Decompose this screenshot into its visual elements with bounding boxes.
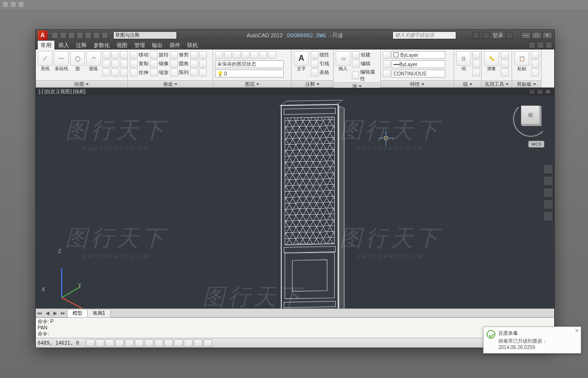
qat-print-icon[interactable]: [85, 32, 92, 39]
copy-icon[interactable]: [130, 60, 138, 68]
trim-icon[interactable]: [170, 51, 178, 59]
tab-view[interactable]: 视图: [114, 41, 130, 50]
ungroup-icon[interactable]: [472, 51, 480, 59]
table-icon[interactable]: [311, 69, 318, 76]
osnap-toggle[interactable]: [125, 339, 134, 347]
qat-save-icon[interactable]: [68, 32, 75, 39]
polar-toggle[interactable]: [115, 339, 124, 347]
tab-nav-next[interactable]: ▶: [51, 310, 59, 316]
ribbon-extra-icon[interactable]: [529, 42, 536, 49]
tab-model[interactable]: 模型: [67, 309, 88, 318]
lineweight-combo[interactable]: ━━ ByLayer: [392, 60, 445, 68]
lineweight-icon[interactable]: [383, 60, 391, 68]
viewport-max-button[interactable]: □: [537, 89, 543, 95]
sc-toggle[interactable]: [203, 339, 212, 347]
explode-icon[interactable]: [199, 51, 207, 59]
fillet-icon[interactable]: [170, 60, 178, 68]
app-menu-button[interactable]: A: [38, 30, 48, 40]
nav-zoom-icon[interactable]: [543, 188, 553, 198]
qat-undo-icon[interactable]: [93, 32, 100, 39]
minimize-button[interactable]: —: [521, 32, 531, 39]
tpy-toggle[interactable]: [184, 339, 193, 347]
clip-copy-icon[interactable]: [531, 60, 539, 68]
ducs-toggle[interactable]: [154, 339, 163, 347]
hatch-icon[interactable]: [102, 60, 110, 68]
revcloud-icon[interactable]: [111, 69, 119, 76]
group-bbox-icon[interactable]: [472, 69, 480, 76]
qat-open-icon[interactable]: [60, 32, 67, 39]
tab-nav-prev[interactable]: ◀: [44, 310, 51, 316]
tab-plugins[interactable]: 插件: [167, 41, 183, 50]
wcs-badge[interactable]: WCS: [528, 141, 544, 148]
nav-orbit-icon[interactable]: [543, 200, 553, 209]
ellipse-icon[interactable]: [120, 51, 128, 59]
layer-lock-icon[interactable]: [233, 51, 241, 59]
tab-layout1[interactable]: 布局1: [87, 309, 111, 318]
wipeout-icon[interactable]: [102, 69, 110, 76]
stretch-icon[interactable]: [130, 69, 138, 76]
tab-online[interactable]: 联机: [184, 41, 201, 50]
dyn-toggle[interactable]: [164, 339, 173, 347]
circle-button[interactable]: ◯圆: [70, 51, 85, 72]
layer-off-icon[interactable]: [250, 51, 258, 59]
qat-saveas-icon[interactable]: [76, 32, 83, 39]
cut-icon[interactable]: [531, 51, 539, 59]
nav-showmotion-icon[interactable]: [543, 211, 553, 221]
ortho-toggle[interactable]: [105, 339, 114, 347]
tab-home[interactable]: 常用: [38, 41, 54, 50]
point-icon[interactable]: [111, 60, 119, 68]
rotate-icon[interactable]: [150, 51, 158, 59]
tab-manage[interactable]: 管理: [131, 41, 148, 50]
select-icon[interactable]: [501, 51, 509, 59]
line-button[interactable]: ／直线: [38, 51, 52, 72]
spline-icon[interactable]: [111, 51, 119, 59]
infocenter-search[interactable]: 键入关键字或短语: [392, 31, 456, 39]
color-combo[interactable]: ByLayer: [392, 51, 445, 59]
quickcalc-icon[interactable]: [501, 60, 509, 68]
3dosnap-toggle[interactable]: [135, 339, 144, 347]
toast-close-button[interactable]: ✕: [575, 328, 579, 333]
tab-output[interactable]: 输出: [149, 41, 166, 50]
arc-button[interactable]: ◠圆弧: [86, 51, 101, 72]
polyline-button[interactable]: 〰多段线: [54, 51, 69, 72]
ribbon-extra-icon[interactable]: [537, 42, 544, 49]
layer-freeze-icon[interactable]: [224, 51, 232, 59]
group-edit-icon[interactable]: [472, 60, 480, 68]
paste-button[interactable]: 📋粘贴: [514, 51, 530, 72]
tab-annotate[interactable]: 注释: [73, 41, 90, 50]
qat-new-icon[interactable]: [51, 32, 58, 39]
nav-wheel-icon[interactable]: [543, 164, 553, 174]
maximize-button[interactable]: □: [532, 32, 541, 39]
group-button[interactable]: ⌸组: [456, 51, 471, 72]
subscription-icon[interactable]: [473, 32, 480, 39]
mirror-icon[interactable]: [150, 60, 158, 68]
nav-pan-icon[interactable]: [543, 176, 553, 186]
linetype-icon[interactable]: [383, 70, 391, 77]
command-line[interactable]: 命令: P PAN 命令:: [36, 317, 554, 338]
block-attr-icon[interactable]: [352, 72, 359, 79]
lwt-toggle[interactable]: [174, 339, 183, 347]
insert-block-button[interactable]: ▭插入: [336, 51, 350, 72]
layer-color-icon[interactable]: [242, 51, 249, 59]
viewport-close-button[interactable]: ✕: [544, 89, 551, 95]
join-icon[interactable]: [199, 60, 207, 68]
viewport-min-button[interactable]: —: [529, 89, 536, 95]
erase-icon[interactable]: [190, 51, 198, 59]
otrack-toggle[interactable]: [145, 339, 153, 347]
layer-state-combo[interactable]: 未保存的图层状态: [215, 60, 284, 68]
grid-toggle[interactable]: [96, 339, 104, 347]
tab-nav-first[interactable]: ⏮: [36, 310, 44, 316]
chamfer-icon[interactable]: [199, 69, 207, 76]
layer-combo[interactable]: 💡 0: [215, 70, 284, 77]
viewport-label[interactable]: [-] [自定义视图] [线框]: [39, 88, 86, 95]
tab-nav-last[interactable]: ⏭: [59, 310, 67, 316]
region-icon[interactable]: [120, 60, 128, 68]
layer-match-icon[interactable]: [268, 51, 276, 59]
copybase-icon[interactable]: [531, 69, 539, 76]
measure-button[interactable]: 📏测量: [484, 51, 499, 72]
help-icon[interactable]: [506, 32, 513, 39]
sign-in-button[interactable]: 登录: [492, 32, 503, 39]
viewcube[interactable]: 前: [517, 105, 544, 133]
close-button[interactable]: ✕: [542, 32, 552, 39]
tab-insert[interactable]: 插入: [55, 41, 72, 50]
